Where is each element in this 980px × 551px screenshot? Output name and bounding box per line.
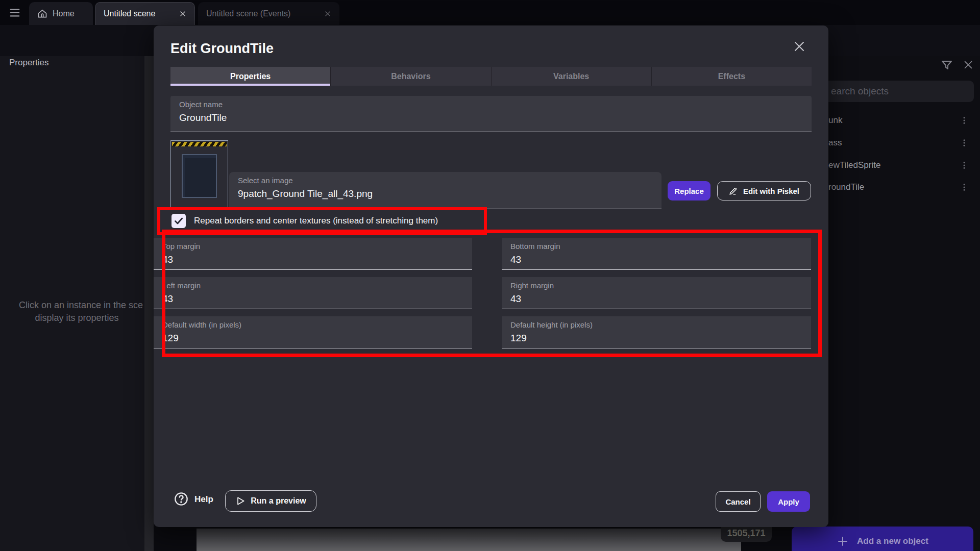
tab-home[interactable]: Home — [29, 2, 93, 25]
item-menu-icon[interactable] — [960, 183, 969, 192]
app-window: Home Untitled scene Untitled scene (Even… — [0, 0, 980, 551]
close-tab-icon[interactable] — [324, 10, 331, 17]
play-icon — [235, 496, 246, 506]
object-list-item[interactable]: unk — [817, 110, 974, 131]
tab-events-label: Untitled scene (Events) — [206, 9, 290, 18]
tab-effects[interactable]: Effects — [652, 67, 812, 86]
tab-scene-label: Untitled scene — [104, 9, 155, 18]
object-list-item[interactable]: ewTiledSprite — [817, 155, 974, 176]
item-menu-icon[interactable] — [960, 138, 969, 147]
replace-button[interactable]: Replace — [668, 181, 710, 201]
object-list-item[interactable]: roundTile — [817, 177, 974, 197]
main-menu-icon[interactable] — [7, 7, 22, 18]
tab-behaviors[interactable]: Behaviors — [331, 67, 491, 86]
object-list-item[interactable]: ass — [817, 133, 974, 153]
filter-icon[interactable] — [941, 59, 953, 71]
tile-center — [182, 154, 217, 198]
tab-untitled-scene-events[interactable]: Untitled scene (Events) — [198, 2, 339, 25]
select-image-label: Select an image — [238, 176, 662, 185]
item-menu-icon[interactable] — [960, 116, 969, 125]
run-preview-label: Run a preview — [251, 496, 306, 506]
annotation-rect-margins — [162, 230, 822, 357]
search-objects-input[interactable]: earch objects — [817, 81, 974, 102]
hazard-stripe — [172, 142, 227, 146]
tile-image-thumbnail[interactable] — [170, 140, 228, 208]
add-new-object-button[interactable]: Add a new object — [792, 527, 973, 551]
tab-home-label: Home — [53, 9, 75, 18]
edit-with-piskel-label: Edit with Piskel — [743, 187, 799, 195]
object-name-label: Object name — [179, 100, 812, 109]
dialog-title: Edit GroundTile — [170, 41, 274, 57]
select-image-value: 9patch_Ground Tile_all_43.png — [238, 188, 662, 199]
tab-untitled-scene[interactable]: Untitled scene — [95, 2, 195, 25]
dialog-tabs: Properties Behaviors Variables Effects — [170, 67, 812, 86]
close-panel-icon[interactable] — [963, 59, 974, 70]
select-image-field[interactable]: Select an image 9patch_Ground Tile_all_4… — [229, 172, 662, 209]
tab-variables[interactable]: Variables — [492, 67, 652, 86]
cursor-coordinates: 1505,171 — [727, 529, 765, 542]
help-button[interactable]: Help — [194, 494, 213, 505]
item-menu-icon[interactable] — [960, 161, 969, 170]
object-name-field[interactable]: Object name GroundTile — [170, 96, 812, 132]
plus-icon — [837, 535, 849, 547]
properties-panel-title: Properties — [9, 58, 48, 68]
help-icon[interactable] — [174, 492, 188, 506]
pencil-icon — [729, 186, 738, 195]
close-dialog-icon[interactable] — [793, 40, 805, 53]
run-preview-button[interactable]: Run a preview — [225, 490, 316, 512]
add-new-object-label: Add a new object — [857, 536, 928, 546]
top-tab-bar: Home Untitled scene Untitled scene (Even… — [0, 0, 980, 25]
edit-with-piskel-button[interactable]: Edit with Piskel — [717, 181, 811, 201]
properties-empty-hint-line2: display its properties — [0, 313, 154, 323]
tab-properties[interactable]: Properties — [170, 67, 331, 86]
search-placeholder: earch objects — [831, 86, 889, 97]
apply-button[interactable]: Apply — [767, 491, 810, 512]
close-tab-icon[interactable] — [179, 10, 186, 17]
object-name-value: GroundTile — [179, 112, 812, 123]
home-icon — [37, 9, 47, 19]
cancel-button[interactable]: Cancel — [716, 491, 761, 512]
scene-canvas-bottom — [197, 529, 741, 551]
